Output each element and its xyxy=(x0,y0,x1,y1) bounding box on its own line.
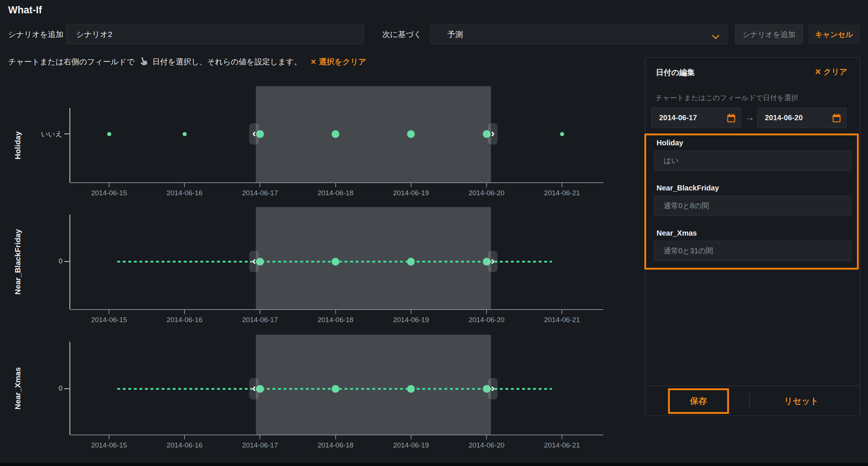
bottom-edge-strip xyxy=(0,463,868,466)
y-tick-mark xyxy=(64,134,69,134)
x-tick-mark xyxy=(411,310,411,314)
x-tick-mark xyxy=(109,310,109,314)
y-axis-line xyxy=(69,342,70,435)
y-tick-mark xyxy=(64,388,69,389)
x-tick-mark xyxy=(562,183,562,187)
x-tick-mark xyxy=(184,310,185,314)
chevron-right-icon: › xyxy=(491,255,495,266)
save-button-label: 保存 xyxy=(690,395,707,407)
x-tick-mark xyxy=(109,435,109,439)
x-tick-label: 2014-06-21 xyxy=(536,316,588,324)
data-point[interactable] xyxy=(332,258,339,266)
x-tick-label: 2014-06-19 xyxy=(385,189,437,197)
y-axis-title: Holiday xyxy=(13,131,22,159)
data-point[interactable] xyxy=(332,385,339,393)
chevron-right-icon: › xyxy=(491,128,495,139)
chevron-left-icon: ‹ xyxy=(252,128,256,139)
field-input-holiday[interactable] xyxy=(654,151,851,171)
selection-handle-right[interactable]: › xyxy=(488,378,498,399)
x-tick-label: 2014-06-19 xyxy=(385,316,437,324)
selection-handle-right[interactable]: › xyxy=(488,123,498,145)
field-input-near-blackfriday[interactable] xyxy=(654,196,851,216)
x-tick-label: 2014-06-16 xyxy=(159,316,210,324)
close-icon: × xyxy=(815,67,821,77)
x-axis-line xyxy=(70,182,603,183)
selection-handle-left[interactable]: ‹ xyxy=(249,251,259,272)
panel-title: 日付の編集 xyxy=(656,67,695,78)
x-tick-label: 2014-06-20 xyxy=(461,189,512,197)
x-tick-mark xyxy=(562,310,562,314)
x-tick-label: 2014-06-16 xyxy=(159,441,210,449)
reset-button-label: リセット xyxy=(784,395,819,407)
x-tick-mark xyxy=(184,435,185,439)
panel-clear-button[interactable]: × クリア xyxy=(815,67,847,77)
x-tick-mark xyxy=(184,183,185,187)
date-to-input[interactable]: 2014-06-20 xyxy=(757,108,847,128)
x-tick-mark xyxy=(109,183,109,187)
selection-handle-right[interactable]: › xyxy=(488,251,498,272)
x-tick-mark xyxy=(411,183,411,187)
x-tick-label: 2014-06-18 xyxy=(310,441,362,449)
x-tick-label: 2014-06-20 xyxy=(461,316,512,324)
x-tick-mark xyxy=(260,310,260,314)
x-tick-mark xyxy=(335,183,336,187)
x-tick-mark xyxy=(562,435,562,439)
x-tick-label: 2014-06-17 xyxy=(234,441,286,449)
data-point[interactable] xyxy=(332,130,339,138)
y-axis-title: Near_Xmas xyxy=(13,367,22,409)
selection-band[interactable] xyxy=(256,335,491,435)
x-tick-label: 2014-06-21 xyxy=(536,189,588,197)
x-tick-label: 2014-06-15 xyxy=(83,189,135,197)
x-tick-label: 2014-06-16 xyxy=(159,189,210,197)
y-axis-line xyxy=(69,215,70,309)
panel-helper-text: チャートまたはこのフィールドで日付を選択 xyxy=(655,93,798,103)
calendar-icon xyxy=(727,114,736,123)
data-point[interactable] xyxy=(407,385,415,393)
x-tick-label: 2014-06-18 xyxy=(310,316,362,324)
data-point[interactable] xyxy=(107,132,111,136)
x-tick-mark xyxy=(411,435,411,439)
edit-dates-panel: 日付の編集 × クリア チャートまたはこのフィールドで日付を選択 2014-06… xyxy=(645,57,860,416)
x-tick-label: 2014-06-20 xyxy=(461,441,512,449)
x-tick-mark xyxy=(486,310,487,314)
selection-handle-left[interactable]: ‹ xyxy=(249,378,259,399)
x-tick-label: 2014-06-15 xyxy=(83,441,135,449)
calendar-icon xyxy=(832,114,841,123)
x-tick-mark xyxy=(486,183,487,187)
chevron-left-icon: ‹ xyxy=(252,382,256,394)
panel-clear-label: クリア xyxy=(824,67,847,77)
x-axis-line xyxy=(70,309,603,310)
field-label-near-blackfriday: Near_BlackFriday xyxy=(657,184,719,192)
y-axis-line xyxy=(69,108,70,182)
field-input-near-xmas[interactable] xyxy=(654,241,851,261)
data-point[interactable] xyxy=(183,132,187,136)
x-tick-mark xyxy=(260,183,260,187)
x-tick-label: 2014-06-19 xyxy=(385,441,437,449)
date-from-input[interactable]: 2014-06-17 xyxy=(651,108,741,128)
y-tick-label: いいえ xyxy=(27,129,62,139)
selection-band[interactable] xyxy=(256,207,491,309)
reset-button[interactable]: リセット xyxy=(770,388,833,414)
date-from-value: 2014-06-17 xyxy=(659,114,697,122)
save-button[interactable]: 保存 xyxy=(668,388,729,414)
x-tick-label: 2014-06-17 xyxy=(234,316,286,324)
selection-band[interactable] xyxy=(256,86,491,182)
data-point[interactable] xyxy=(407,258,415,266)
chevron-left-icon: ‹ xyxy=(252,255,256,266)
y-tick-label: 0 xyxy=(27,257,62,265)
chevron-right-icon: › xyxy=(491,382,495,394)
y-tick-label: 0 xyxy=(27,384,62,392)
data-point[interactable] xyxy=(560,132,564,136)
x-tick-label: 2014-06-18 xyxy=(310,189,362,197)
date-to-value: 2014-06-20 xyxy=(765,114,803,122)
field-label-near-xmas: Near_Xmas xyxy=(657,229,697,237)
x-tick-mark xyxy=(335,435,336,439)
x-tick-label: 2014-06-15 xyxy=(83,316,135,324)
data-point[interactable] xyxy=(407,130,415,138)
x-tick-label: 2014-06-17 xyxy=(234,189,286,197)
selection-handle-left[interactable]: ‹ xyxy=(249,123,259,145)
x-tick-mark xyxy=(486,435,487,439)
arrow-right-icon: → xyxy=(745,112,755,123)
footer-divider xyxy=(749,393,750,409)
x-tick-label: 2014-06-21 xyxy=(536,441,588,449)
